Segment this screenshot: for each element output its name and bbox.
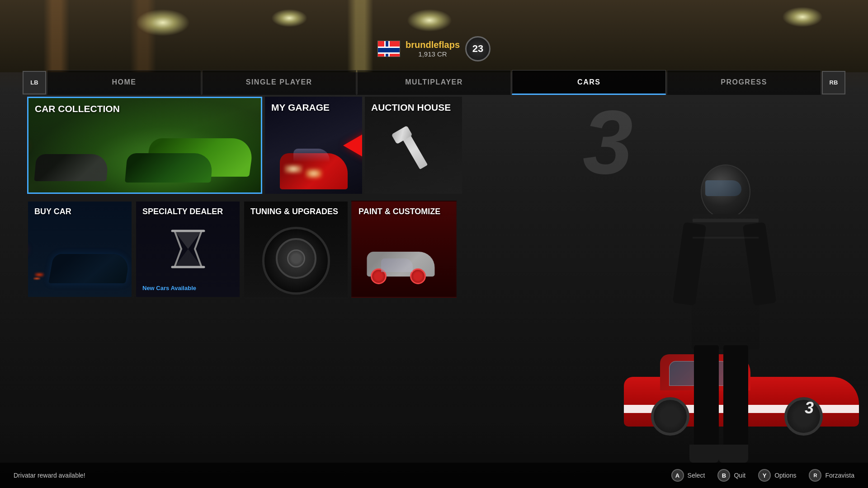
tuning-upgrades-tile[interactable]: TUNING & UPGRADES <box>243 201 349 298</box>
ceiling-light-1 <box>136 9 190 36</box>
driver-boot-right <box>719 445 748 463</box>
control-forzavista: R Forzavista <box>809 469 854 482</box>
garage-headlight <box>284 164 302 174</box>
my-garage-tile[interactable]: MY GARAGE <box>265 97 362 194</box>
ceiling-light-3 <box>407 9 452 32</box>
status-bar: Drivatar reward available! A Select B Qu… <box>0 463 868 488</box>
garage-light-glow <box>306 169 321 178</box>
quit-label: Quit <box>734 472 745 479</box>
tab-progress[interactable]: PROGRESS <box>667 70 821 95</box>
bottom-row: BUY CAR SPECIALTY DEALER New Cars Availa… <box>27 201 457 298</box>
options-label: Options <box>774 472 796 479</box>
tab-single-player[interactable]: SINGLE PLAYER <box>202 70 356 95</box>
buy-car-taillights-2 <box>33 277 40 280</box>
rb-button[interactable]: RB <box>822 71 845 94</box>
tab-multiplayer[interactable]: MULTIPLAYER <box>357 70 511 95</box>
level-badge: 23 <box>465 36 491 61</box>
lb-button[interactable]: LB <box>23 71 46 94</box>
ceiling-light-2 <box>271 9 307 27</box>
my-garage-label: MY GARAGE <box>271 102 330 113</box>
car-collection-label: CAR COLLECTION <box>35 103 120 114</box>
buy-car-label: BUY CAR <box>34 207 71 216</box>
wall-number: 3 <box>583 90 633 194</box>
forzavista-label: Forzavista <box>825 472 854 479</box>
specialty-icon-container <box>170 226 206 273</box>
r-button[interactable]: R <box>809 469 821 482</box>
buy-car-shape <box>48 254 130 283</box>
player-header: brundleflaps 1,913 CR 23 <box>377 36 491 61</box>
select-label: Select <box>688 472 705 479</box>
race-car-number: 3 <box>805 399 814 418</box>
specialty-dealer-tile[interactable]: SPECIALTY DEALER New Cars Available <box>135 201 241 298</box>
buy-car-tile[interactable]: BUY CAR <box>27 201 132 298</box>
driver-figure <box>683 164 769 463</box>
race-car-wheel-rear <box>784 397 823 436</box>
suit-detail-1 <box>693 219 759 222</box>
auction-house-tile[interactable]: AUCTION HOUSE <box>365 97 462 194</box>
y-button[interactable]: Y <box>758 469 771 482</box>
driver-boot-left <box>689 445 719 463</box>
auction-house-label: AUCTION HOUSE <box>371 102 451 113</box>
player-info: brundleflaps 1,913 CR <box>406 40 460 58</box>
specialty-dealer-sublabel: New Cars Available <box>142 285 196 291</box>
paint-customize-tile[interactable]: PAINT & CUSTOMIZE <box>351 201 457 298</box>
tuning-center <box>287 249 305 267</box>
driver-visor <box>705 180 741 196</box>
arrow-my-garage <box>343 132 362 159</box>
a-button[interactable]: A <box>671 469 684 482</box>
ceiling-light-4 <box>782 7 823 27</box>
suit-detail-2 <box>693 237 759 239</box>
b-button[interactable]: B <box>717 469 730 482</box>
control-select: A Select <box>671 469 705 482</box>
control-quit: B Quit <box>717 469 745 482</box>
drivatar-message: Drivatar reward available! <box>14 472 85 479</box>
player-credits: 1,913 CR <box>406 50 460 58</box>
paint-customize-label: PAINT & CUSTOMIZE <box>359 207 440 216</box>
specialty-dealer-label: SPECIALTY DEALER <box>142 207 223 216</box>
tab-home[interactable]: HOME <box>47 70 201 95</box>
nav-tabs: HOME SINGLE PLAYER MULTIPLAYER CARS PROG… <box>47 70 821 95</box>
nav-bar: LB HOME SINGLE PLAYER MULTIPLAYER CARS P… <box>23 70 845 95</box>
car-collection-tile[interactable]: CAR COLLECTION <box>27 97 262 194</box>
car-shape-green-mid <box>125 153 213 183</box>
player-name: brundleflaps <box>406 40 460 50</box>
car-shape-dark <box>34 154 108 181</box>
player-flag <box>377 41 400 57</box>
top-row: CAR COLLECTION MY GARAGE AUCTION HOUSE <box>27 97 457 194</box>
tuning-upgrades-label: TUNING & UPGRADES <box>250 207 338 216</box>
control-options: Y Options <box>758 469 796 482</box>
buy-car-taillights <box>35 273 44 277</box>
paint-car-cabin <box>381 258 413 272</box>
controls-bar: A Select B Quit Y Options R Forzavista <box>671 469 854 482</box>
specialty-icon-svg <box>170 226 206 272</box>
